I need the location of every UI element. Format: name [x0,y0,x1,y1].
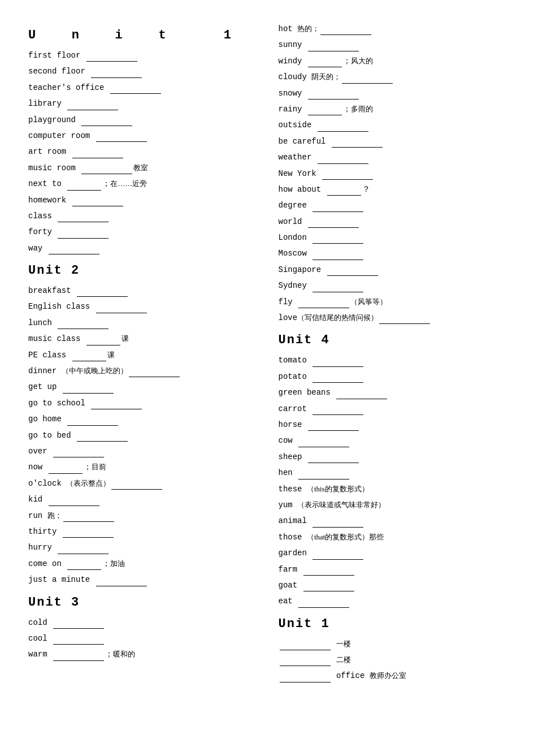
list-item: Sydney [279,279,506,292]
list-item: homework [28,194,256,206]
list-item: 一楼 [279,638,506,650]
list-item: New York [279,167,506,180]
list-item: cool [28,632,256,645]
list-item: eat [279,595,506,607]
list-item: snowy [279,87,506,100]
list-item: next to ；在……近旁 [28,178,256,190]
list-item: breakfast [28,284,256,297]
list-item: hot 热的； [279,23,506,35]
list-item: garden [279,547,506,559]
list-item: Moscow [279,247,506,260]
list-item: yum （表示味道或气味非常好） [279,499,506,511]
list-item: rainy ；多雨的 [279,103,506,115]
list-item: art room [28,145,256,158]
list-item: now ；目前 [28,461,256,473]
list-item: go to school [28,397,256,409]
list-item: second floor [28,65,256,77]
list-item: farm [279,563,506,576]
list-item: these （this的复数形式） [279,483,506,495]
list-item: run 跑； [28,509,256,522]
list-item: cow [279,434,506,447]
list-item: office 教师办公室 [279,669,506,682]
list-item: library [28,97,256,110]
list-item: hurry [28,541,256,554]
list-item: just a minute [28,573,256,586]
list-item: degree [279,199,506,211]
list-item: thirty [28,525,256,538]
list-item: o'clock （表示整点） [28,477,256,490]
list-item: carrot [279,403,506,415]
list-item: go to bed [28,429,256,442]
unit3-title: Unit 3 [28,595,256,610]
list-item: sheep [279,451,506,463]
list-item: first floor [28,49,256,62]
list-item: lunch [28,317,256,329]
list-item: Singapore [279,263,506,276]
list-item: dinner （中午或晚上吃的） [28,365,256,377]
list-item: English class [28,300,256,313]
list-item: weather [279,151,506,163]
list-item: kid [28,493,256,506]
list-item: horse [279,418,506,431]
list-item: music room 教室 [28,162,256,174]
left-column: U n i t 1 first floor second floor teach… [28,23,256,686]
list-item: outside [279,119,506,131]
list-item: 二楼 [279,654,506,666]
list-item: music class 课 [28,332,256,345]
right-column: hot 热的； sunny windy ；风大的 cloudy 阴天的； sno… [279,23,506,686]
list-item: animal [279,515,506,527]
list-item: way [28,242,256,254]
list-item: cold [28,616,256,629]
list-item: warm ；暖和的 [28,648,256,660]
list-item: come on ；加油 [28,558,256,570]
unit1b-title: Unit 1 [279,617,506,631]
list-item: love（写信结尾的热情问候） [279,312,506,324]
list-item: green beans [279,386,506,399]
list-item: go home [28,413,256,425]
list-item: PE class 课 [28,349,256,361]
list-item: tomato [279,354,506,366]
unit4-title: Unit 4 [279,333,506,347]
list-item: forty [28,226,256,238]
list-item: get up [28,381,256,393]
list-item: class [28,210,256,222]
list-item: hen [279,466,506,479]
list-item: computer room [28,129,256,142]
list-item: those （that的复数形式）那些 [279,531,506,543]
list-item: over [28,445,256,457]
list-item: windy ；风大的 [279,55,506,67]
list-item: potato [279,370,506,383]
unit1-title: U n i t 1 [28,28,256,42]
list-item: London [279,231,506,244]
list-item: be careful [279,135,506,148]
list-item: goat [279,579,506,591]
list-item: teacher's office [28,81,256,94]
unit2-title: Unit 2 [28,263,256,278]
list-item: fly （风筝等） [279,296,506,308]
list-item: sunny [279,38,506,51]
list-item: playground [28,114,256,126]
list-item: cloudy 阴天的； [279,71,506,83]
list-item: world [279,215,506,228]
list-item: how about ？ [279,183,506,196]
